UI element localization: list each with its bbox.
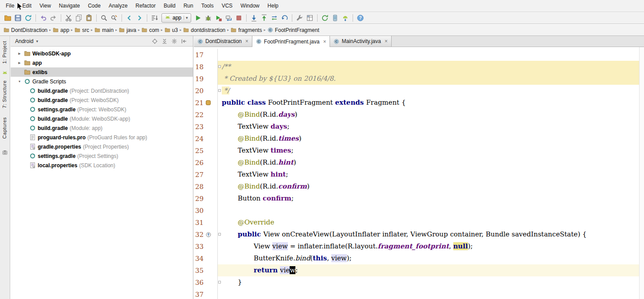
gutter-line-29[interactable]: 29 bbox=[194, 193, 218, 205]
hide-panel-button[interactable] bbox=[180, 37, 188, 46]
overriding-method-icon[interactable] bbox=[206, 232, 211, 237]
code-line-35[interactable]: 35return view; bbox=[194, 264, 639, 276]
code-line-19[interactable]: 19 * Created by ${U3} on 2016/4/8. bbox=[194, 73, 639, 85]
tree-item-build-gradle[interactable]: build.gradle(Module: WeiboSDK-app) bbox=[11, 114, 193, 123]
vcs-compare-button[interactable] bbox=[269, 13, 279, 23]
gutter-line-23[interactable]: 23 bbox=[194, 121, 218, 133]
attach-debugger-button[interactable] bbox=[224, 13, 234, 23]
vcs-revert-button[interactable] bbox=[279, 13, 290, 23]
menu-view[interactable]: View bbox=[35, 1, 55, 10]
avd-manager-button[interactable] bbox=[330, 13, 340, 23]
code-line-36[interactable]: 36} bbox=[194, 276, 639, 288]
gutter-line-24[interactable]: 24 bbox=[194, 133, 218, 145]
collapse-all-button[interactable] bbox=[160, 37, 169, 46]
chevron-right-icon[interactable]: ▶ bbox=[17, 61, 22, 65]
menu-analyze[interactable]: Analyze bbox=[105, 1, 132, 10]
menu-refactor[interactable]: Refactor bbox=[132, 1, 160, 10]
tab-mainactivity-java[interactable]: CMainActivity.java× bbox=[330, 36, 392, 47]
gutter-line-22[interactable]: 22 bbox=[194, 109, 218, 121]
tree-item-local-properties[interactable]: local.properties(SDK Location) bbox=[11, 161, 193, 170]
find-button[interactable] bbox=[99, 13, 109, 23]
code-line-29[interactable]: 29Button confirm; bbox=[194, 193, 639, 205]
tool-window-button-1-project[interactable]: 1: Project bbox=[2, 41, 7, 63]
tree-item-settings-gradle[interactable]: settings.gradle(Project Settings) bbox=[11, 151, 193, 161]
gutter-line-18[interactable]: 18 bbox=[194, 61, 218, 73]
gutter-line-34[interactable]: 34 bbox=[194, 252, 218, 264]
code-line-32[interactable]: 32public View onCreateView(LayoutInflate… bbox=[194, 228, 639, 240]
menu-navigate[interactable]: Navigate bbox=[55, 1, 84, 10]
gutter-line-20[interactable]: 20 bbox=[194, 85, 218, 97]
code-line-22[interactable]: 22@Bind(R.id.days) bbox=[194, 109, 639, 121]
gradle-sync-button[interactable] bbox=[320, 13, 330, 23]
tree-item-proguard-rules-pro[interactable]: proguard-rules.pro(ProGuard Rules for ap… bbox=[11, 133, 193, 142]
paste-button[interactable] bbox=[84, 13, 94, 23]
gutter-line-25[interactable]: 25 bbox=[194, 145, 218, 157]
back-button[interactable] bbox=[124, 13, 134, 23]
run-config-selector[interactable]: app▾ bbox=[161, 13, 191, 23]
tree-item-gradle-properties[interactable]: gradle.properties(Project Properties) bbox=[11, 142, 193, 151]
gutter-line-35[interactable]: 35 bbox=[194, 264, 218, 276]
breadcrumb-com[interactable]: com bbox=[141, 27, 159, 33]
menu-file[interactable]: File bbox=[2, 1, 18, 10]
gutter-marker-icon[interactable] bbox=[206, 100, 211, 105]
gutter-line-37[interactable]: 37 bbox=[194, 288, 218, 299]
sdk-manager-button[interactable] bbox=[340, 13, 350, 23]
tool-window-button-captures[interactable]: Captures bbox=[2, 117, 7, 139]
code-line-33[interactable]: 33View view = inflater.inflate(R.layout.… bbox=[194, 240, 639, 252]
breadcrumb-fragments[interactable]: fragments bbox=[231, 27, 262, 33]
run-button[interactable] bbox=[193, 13, 203, 23]
tree-item-app[interactable]: ▶app bbox=[11, 58, 193, 67]
code-line-26[interactable]: 26@Bind(R.id.hint) bbox=[194, 157, 639, 169]
code-line-31[interactable]: 31@Override bbox=[194, 216, 639, 228]
fold-marker[interactable] bbox=[218, 281, 221, 283]
locate-button[interactable] bbox=[150, 37, 159, 46]
tree-item-gradle-scripts[interactable]: ▼Gradle Scripts bbox=[11, 77, 193, 86]
code-line-21[interactable]: 21public class FootPrintFragment extends… bbox=[194, 97, 639, 109]
code-line-24[interactable]: 24@Bind(R.id.times) bbox=[194, 133, 639, 145]
menu-tools[interactable]: Tools bbox=[197, 1, 218, 10]
redo-button[interactable] bbox=[48, 13, 59, 23]
fold-marker[interactable] bbox=[218, 233, 221, 236]
menu-vcs[interactable]: VCS bbox=[218, 1, 237, 10]
tree-item-build-gradle[interactable]: build.gradle(Project: WeiboSDK) bbox=[11, 95, 193, 105]
code-line-27[interactable]: 27TextView hint; bbox=[194, 169, 639, 181]
menu-build[interactable]: Build bbox=[160, 1, 180, 10]
save-all-button[interactable] bbox=[13, 13, 23, 23]
replace-button[interactable] bbox=[109, 13, 119, 23]
gutter-line-26[interactable]: 26 bbox=[194, 157, 218, 169]
menu-window[interactable]: Window bbox=[236, 1, 263, 10]
code-line-34[interactable]: 34ButterKnife.bind(this, view); bbox=[194, 252, 639, 264]
gutter-line-21[interactable]: 21 bbox=[194, 97, 218, 109]
project-scope-selector[interactable]: Android ▾ bbox=[15, 38, 38, 44]
close-icon[interactable]: × bbox=[385, 38, 388, 44]
gear-button[interactable] bbox=[170, 37, 179, 46]
copy-button[interactable] bbox=[74, 13, 84, 23]
tab-footprintfragment-java[interactable]: CFootPrintFragment.java× bbox=[252, 36, 330, 47]
cut-button[interactable] bbox=[63, 13, 74, 23]
breadcrumb-java[interactable]: java bbox=[119, 27, 136, 33]
breadcrumb-dontdistraction[interactable]: DontDistraction bbox=[4, 27, 47, 33]
sort-lines-button[interactable] bbox=[149, 13, 160, 23]
stop-button[interactable] bbox=[234, 13, 244, 23]
tree-item-settings-gradle[interactable]: settings.gradle(Project: WeiboSDK) bbox=[11, 105, 193, 114]
forward-button[interactable] bbox=[134, 13, 145, 23]
chevron-right-icon[interactable]: ▶ bbox=[17, 52, 22, 55]
code-editor[interactable]: 1718/**19 * Created by ${U3} on 2016/4/8… bbox=[194, 47, 639, 299]
breadcrumb-src[interactable]: src bbox=[75, 27, 89, 33]
gutter-line-30[interactable]: 30 bbox=[194, 205, 218, 216]
debug-button[interactable] bbox=[203, 13, 213, 23]
editor-scrollbar[interactable] bbox=[639, 47, 644, 299]
code-line-30[interactable]: 30 bbox=[194, 205, 639, 216]
open-folder-button[interactable] bbox=[3, 13, 13, 23]
help-button[interactable]: ? bbox=[355, 13, 365, 23]
fold-marker[interactable] bbox=[218, 89, 221, 92]
gutter-line-28[interactable]: 28 bbox=[194, 181, 218, 193]
tool-window-button[interactable] bbox=[2, 70, 8, 78]
code-line-25[interactable]: 25TextView times; bbox=[194, 145, 639, 157]
tool-window-button[interactable] bbox=[2, 150, 8, 157]
gutter-line-33[interactable]: 33 bbox=[194, 240, 218, 252]
gutter-line-17[interactable]: 17 bbox=[194, 49, 218, 61]
breadcrumb-dontdistraction[interactable]: dontdistraction bbox=[183, 27, 225, 33]
close-icon[interactable]: × bbox=[323, 39, 326, 45]
code-line-17[interactable]: 17 bbox=[194, 49, 639, 61]
